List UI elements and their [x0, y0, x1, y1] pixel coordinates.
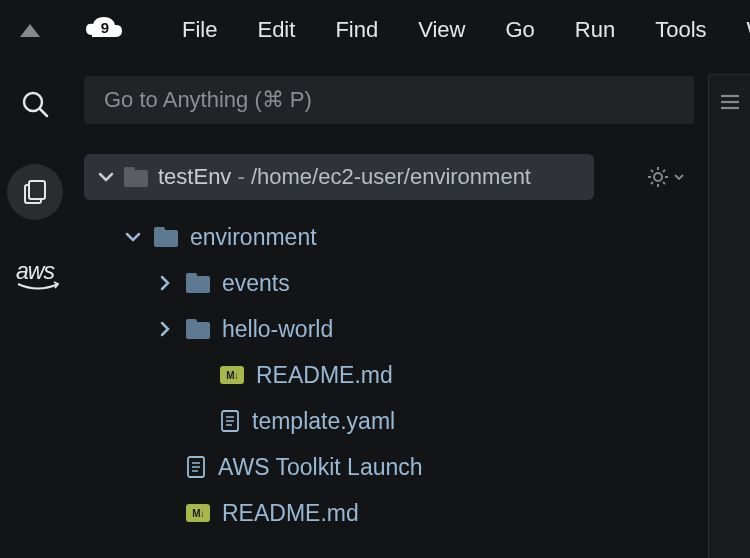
chevron-down-icon	[98, 171, 114, 183]
menu-tools[interactable]: Tools	[635, 9, 726, 51]
svg-line-11	[663, 182, 665, 184]
collapse-triangle-icon[interactable]	[20, 24, 40, 37]
folder-icon	[186, 319, 210, 339]
folder-icon	[124, 167, 148, 187]
menu-view[interactable]: View	[398, 9, 485, 51]
tree-file-readme-md[interactable]: README.md	[84, 352, 694, 398]
search-icon	[21, 90, 49, 118]
goto-anything-input[interactable]: Go to Anything (⌘ P)	[84, 76, 694, 124]
markdown-icon	[220, 366, 244, 384]
menu-run[interactable]: Run	[555, 9, 635, 51]
settings-button[interactable]	[646, 165, 684, 189]
svg-line-10	[651, 170, 653, 172]
chevron-right-icon	[159, 321, 171, 337]
right-drawer[interactable]	[708, 74, 750, 558]
search-tool[interactable]	[7, 84, 63, 124]
folder-icon	[154, 227, 178, 247]
document-icon	[220, 409, 240, 433]
markdown-icon	[186, 504, 210, 522]
tree-root[interactable]: testEnv - /home/ec2-user/environment	[84, 154, 594, 200]
hamburger-icon	[719, 93, 741, 111]
tree-file-template-yaml[interactable]: template.yaml	[84, 398, 694, 444]
tree-item-label: README.md	[256, 362, 393, 389]
file-tree: environment events hello-world README.md	[84, 214, 694, 536]
tree-item-label: environment	[190, 224, 317, 251]
tree-item-label: template.yaml	[252, 408, 395, 435]
aws-tool[interactable]: aws	[7, 260, 63, 285]
chevron-down-icon	[125, 231, 141, 243]
vertical-toolbar: aws	[0, 60, 70, 558]
svg-text:9: 9	[101, 19, 109, 36]
tree-item-label: README.md	[222, 500, 359, 527]
svg-point-5	[654, 173, 662, 181]
gear-icon	[646, 165, 670, 189]
menu-file[interactable]: File	[162, 9, 237, 51]
tree-item-label: hello-world	[222, 316, 333, 343]
chevron-right-icon	[159, 275, 171, 291]
folder-icon	[186, 273, 210, 293]
tree-root-name: testEnv - /home/ec2-user/environment	[158, 164, 531, 190]
tree-item-label: AWS Toolkit Launch	[218, 454, 423, 481]
menu-edit[interactable]: Edit	[237, 9, 315, 51]
menubar: 9 File Edit Find View Go Run Tools Windo…	[0, 0, 750, 60]
cloud9-logo-icon[interactable]: 9	[82, 15, 126, 45]
menu-go[interactable]: Go	[485, 9, 554, 51]
tree-folder-hello-world[interactable]: hello-world	[84, 306, 694, 352]
chevron-down-icon	[674, 173, 684, 181]
files-icon	[22, 179, 48, 205]
tree-file-readme-md-root[interactable]: README.md	[84, 490, 694, 536]
svg-rect-4	[29, 181, 45, 199]
document-icon	[186, 455, 206, 479]
aws-icon: aws	[16, 258, 54, 285]
menu-window[interactable]: Window	[727, 9, 750, 51]
svg-line-13	[663, 170, 665, 172]
file-explorer-tool[interactable]	[7, 164, 63, 220]
svg-line-12	[651, 182, 653, 184]
menu-find[interactable]: Find	[315, 9, 398, 51]
goto-placeholder: Go to Anything (⌘ P)	[104, 87, 312, 113]
explorer-panel: Go to Anything (⌘ P) testEnv - /home/ec2…	[70, 60, 708, 558]
svg-line-2	[40, 109, 47, 116]
tree-file-aws-toolkit-launch[interactable]: AWS Toolkit Launch	[84, 444, 694, 490]
tree-folder-environment[interactable]: environment	[84, 214, 694, 260]
tree-item-label: events	[222, 270, 290, 297]
tree-folder-events[interactable]: events	[84, 260, 694, 306]
